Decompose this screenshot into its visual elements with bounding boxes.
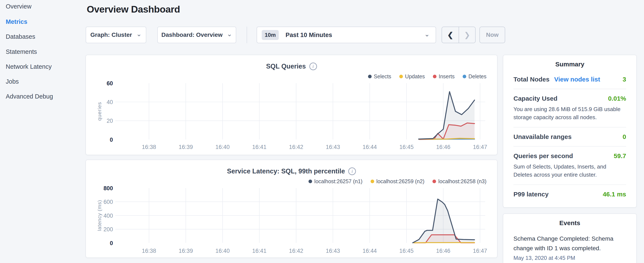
- legend-dot: [308, 180, 312, 183]
- time-window-label: Past 10 Minutes: [286, 32, 332, 39]
- sidebar: Overview Metrics Databases Statements Ne…: [0, 0, 85, 263]
- legend-item: Updates: [399, 73, 425, 80]
- summary-title: Summary: [503, 61, 636, 68]
- legend-dot: [368, 75, 372, 78]
- legend-dot: [399, 75, 403, 78]
- summary-row-label: Unavailable ranges: [514, 133, 572, 140]
- events-panel: Events Schema Change Completed: Schema c…: [503, 213, 637, 263]
- sidebar-item-advanced-debug[interactable]: Advanced Debug: [6, 93, 53, 100]
- summary-row-value: 0: [622, 133, 626, 140]
- sidebar-item-overview[interactable]: Overview: [6, 3, 32, 10]
- y-tick-label: 20: [106, 118, 113, 124]
- chevron-left-icon: ❮: [447, 31, 454, 39]
- time-prev-button[interactable]: ❮: [442, 27, 458, 43]
- x-tick-label: 16:39: [178, 144, 193, 150]
- x-tick-label: 16:46: [436, 144, 450, 150]
- x-tick-label: 16:45: [399, 144, 414, 150]
- legend-item: Selects: [368, 73, 391, 80]
- chevron-down-icon: ⌄: [227, 32, 232, 36]
- legend-dot: [432, 180, 436, 183]
- legend-item: localhost:26257 (n1): [308, 178, 362, 184]
- series-area: [419, 92, 474, 140]
- time-range-selector[interactable]: 10m Past 10 Minutes ⌄: [256, 27, 436, 43]
- y-tick-label: 600: [104, 199, 113, 205]
- y-tick-label: 0: [110, 240, 113, 246]
- sidebar-item-network-latency[interactable]: Network Latency: [6, 63, 52, 70]
- y-tick-label: 60: [106, 80, 113, 87]
- x-tick-label: 16:43: [326, 248, 340, 254]
- page-title: Overview Dashboard: [87, 4, 180, 15]
- sidebar-item-statements[interactable]: Statements: [6, 48, 37, 55]
- y-axis-title: latency (ms): [96, 200, 102, 231]
- toolbar: Graph: Cluster ⌄ Dashboard: Overview ⌄ 1…: [86, 27, 505, 43]
- legend-label: Deletes: [468, 73, 486, 80]
- summary-row-value: 46.1 ms: [603, 191, 626, 198]
- sidebar-item-jobs[interactable]: Jobs: [6, 78, 19, 85]
- legend-dot: [370, 180, 374, 183]
- sidebar-item-databases[interactable]: Databases: [6, 33, 35, 40]
- events-title: Events: [503, 219, 636, 227]
- x-tick-label: 16:38: [142, 144, 156, 150]
- legend-item: localhost:26258 (n3): [432, 178, 486, 184]
- sidebar-item-metrics[interactable]: Metrics: [6, 18, 28, 25]
- summary-row-label: P99 latency: [514, 191, 548, 198]
- legend-item: Deletes: [463, 73, 486, 80]
- summary-row-p99-latency: P99 latency 46.1 ms: [514, 184, 626, 204]
- time-next-button[interactable]: ❯: [458, 27, 475, 43]
- dashboard-dropdown[interactable]: Dashboard: Overview ⌄: [157, 27, 236, 43]
- info-icon[interactable]: i: [309, 63, 317, 70]
- summary-row-value: 0.01%: [608, 95, 626, 102]
- graph-dropdown[interactable]: Graph: Cluster ⌄: [86, 27, 146, 43]
- summary-row-note: Sum of Selects, Updates, Inserts, and De…: [514, 163, 626, 179]
- info-icon[interactable]: i: [348, 167, 356, 175]
- y-tick-label: 400: [104, 212, 113, 219]
- legend-label: localhost:26257 (n1): [314, 178, 362, 184]
- y-tick-label: 200: [104, 226, 113, 232]
- y-tick-label: 0: [110, 137, 113, 143]
- summary-panel: Summary Total Nodes View nodes list 3 Ca…: [503, 55, 637, 208]
- event-item[interactable]: Schema Change Completed: Schema change w…: [514, 234, 626, 261]
- legend-item: localhost:26259 (n2): [370, 178, 424, 184]
- legend-dot: [463, 75, 466, 78]
- legend-label: Updates: [405, 73, 425, 80]
- toolbar-divider: [247, 27, 247, 43]
- x-tick-label: 16:47: [473, 248, 487, 254]
- now-button[interactable]: Now: [480, 27, 505, 43]
- legend-label: localhost:26258 (n3): [438, 178, 486, 184]
- legend-item: Inserts: [433, 73, 454, 80]
- x-tick-label: 16:42: [289, 144, 303, 150]
- x-tick-label: 16:44: [362, 144, 377, 150]
- legend-dot: [433, 75, 436, 78]
- summary-row-value: 59.7: [614, 152, 626, 160]
- time-window-badge: 10m: [262, 30, 279, 40]
- summary-row-capacity-used: Capacity Used 0.01% You are using 28.6 M…: [514, 89, 626, 127]
- dashboard-dropdown-label: Dashboard: Overview: [161, 32, 222, 38]
- chart-title: SQL Queries: [266, 63, 306, 70]
- chart-legend: localhost:26257 (n1)localhost:26259 (n2)…: [308, 178, 486, 184]
- summary-row-note: You are using 28.6 MiB of 515.9 GiB usab…: [514, 105, 626, 121]
- x-tick-label: 16:46: [436, 248, 450, 254]
- event-message: Schema Change Completed: Schema change w…: [514, 234, 626, 253]
- time-nav-group: ❮ ❯: [442, 27, 476, 43]
- x-tick-label: 16:42: [289, 248, 303, 254]
- view-nodes-link[interactable]: View nodes list: [554, 76, 600, 83]
- legend-label: localhost:26259 (n2): [376, 178, 424, 184]
- graph-dropdown-label: Graph: Cluster: [90, 32, 132, 38]
- x-tick-label: 16:43: [326, 144, 340, 150]
- summary-row-total-nodes: Total Nodes View nodes list 3: [514, 70, 626, 89]
- y-axis-title: queries: [96, 102, 102, 121]
- x-tick-label: 16:41: [252, 248, 266, 254]
- summary-row-label: Queries per second: [514, 152, 573, 160]
- x-tick-label: 16:41: [252, 144, 266, 150]
- summary-row-queries-per-second: Queries per second 59.7 Sum of Selects, …: [514, 146, 626, 184]
- chart-legend: SelectsUpdatesInsertsDeletes: [368, 73, 486, 80]
- chevron-down-icon: ⌄: [424, 31, 430, 38]
- x-tick-label: 16:44: [362, 248, 377, 254]
- x-tick-label: 16:38: [142, 248, 156, 254]
- chevron-right-icon: ❯: [464, 31, 470, 39]
- chevron-down-icon: ⌄: [136, 32, 142, 36]
- x-tick-label: 16:40: [216, 144, 230, 150]
- chart-title: Service Latency: SQL, 99th percentile: [227, 167, 345, 175]
- legend-label: Selects: [374, 73, 391, 80]
- y-tick-label: 40: [106, 99, 113, 105]
